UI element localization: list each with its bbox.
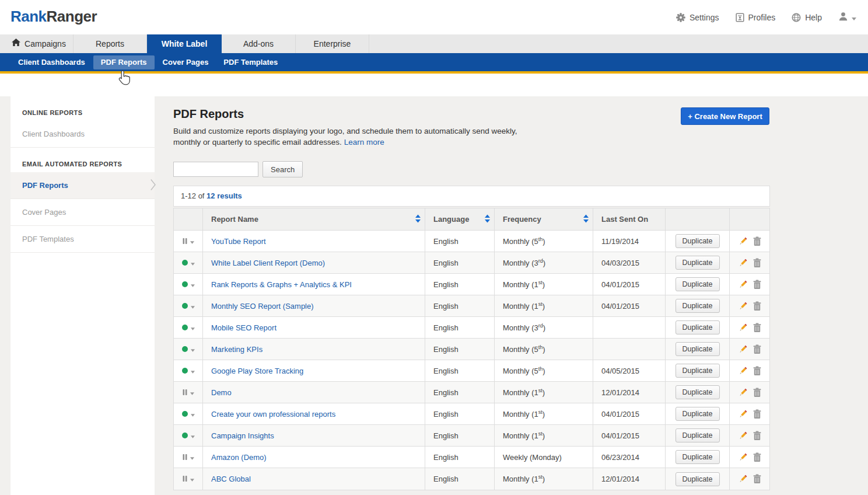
report-name-link[interactable]: Mobile SEO Report — [211, 323, 276, 332]
tab-reports[interactable]: Reports — [74, 34, 147, 53]
edit-pencil-icon[interactable] — [738, 301, 748, 311]
column-header-status — [174, 208, 203, 230]
sidebar-item-client-dashboards[interactable]: Client Dashboards — [10, 121, 155, 148]
status-toggle[interactable] — [174, 403, 203, 424]
duplicate-button[interactable]: Duplicate — [676, 342, 720, 356]
delete-trash-icon[interactable] — [752, 474, 762, 484]
sort-arrows-icon[interactable] — [485, 214, 490, 224]
search-input[interactable] — [173, 162, 258, 177]
report-name-link[interactable]: ABC Global — [211, 475, 251, 483]
profiles-button[interactable]: Profiles — [736, 13, 776, 22]
status-toggle[interactable] — [174, 382, 203, 403]
delete-trash-icon[interactable] — [752, 236, 762, 246]
report-name-link[interactable]: Rank Reports & Graphs + Analytics & KPI — [211, 280, 352, 289]
subnav-item-pdf-templates[interactable]: PDF Templates — [216, 53, 285, 71]
table-header-row: Report Name Language Frequency Last Sent… — [174, 208, 769, 231]
frequency-cell: Monthly (1st) — [495, 468, 593, 490]
status-toggle[interactable] — [174, 317, 203, 338]
delete-trash-icon[interactable] — [752, 409, 762, 419]
caret-down-icon — [190, 475, 194, 483]
edit-pencil-icon[interactable] — [738, 280, 748, 290]
delete-trash-icon[interactable] — [752, 301, 762, 311]
sort-arrows-icon[interactable] — [583, 214, 589, 224]
report-name-link[interactable]: Demo — [211, 388, 232, 397]
last-sent-cell: 04/01/2015 — [593, 295, 666, 316]
delete-trash-icon[interactable] — [752, 431, 762, 441]
column-header-language[interactable]: Language — [425, 208, 495, 230]
delete-trash-icon[interactable] — [752, 366, 762, 376]
duplicate-button[interactable]: Duplicate — [676, 364, 720, 378]
duplicate-button[interactable]: Duplicate — [676, 407, 720, 421]
report-name-link[interactable]: Create your own professional reports — [211, 410, 335, 419]
status-toggle[interactable] — [174, 360, 203, 381]
column-header-actions — [730, 208, 769, 230]
sidebar-item-pdf-templates[interactable]: PDF Templates — [10, 226, 155, 253]
duplicate-button[interactable]: Duplicate — [676, 320, 720, 334]
subnav-item-cover-pages[interactable]: Cover Pages — [155, 53, 216, 71]
column-header-report-name[interactable]: Report Name — [203, 208, 425, 230]
tab-white-label[interactable]: White Label — [147, 34, 222, 53]
edit-pencil-icon[interactable] — [738, 344, 748, 354]
edit-pencil-icon[interactable] — [738, 366, 748, 376]
help-button[interactable]: Help — [792, 13, 822, 22]
last-sent-cell: 04/05/2015 — [593, 360, 666, 381]
last-sent-cell: 04/01/2015 — [593, 425, 666, 446]
tab-add-ons[interactable]: Add-ons — [222, 34, 296, 53]
edit-pencil-icon[interactable] — [738, 474, 748, 484]
sort-arrows-icon[interactable] — [415, 214, 421, 224]
search-button[interactable]: Search — [262, 161, 303, 177]
status-toggle[interactable] — [174, 231, 203, 252]
status-toggle[interactable] — [174, 425, 203, 446]
duplicate-button[interactable]: Duplicate — [676, 428, 720, 442]
duplicate-button[interactable]: Duplicate — [676, 385, 720, 399]
delete-trash-icon[interactable] — [752, 280, 762, 290]
tab-enterprise[interactable]: Enterprise — [296, 34, 369, 53]
status-toggle[interactable] — [174, 295, 203, 316]
duplicate-button[interactable]: Duplicate — [676, 450, 720, 464]
edit-pencil-icon[interactable] — [738, 431, 748, 441]
sidebar-item-pdf-reports[interactable]: PDF Reports — [10, 172, 155, 199]
user-menu-button[interactable] — [838, 12, 856, 23]
edit-pencil-icon[interactable] — [738, 323, 748, 333]
report-name-link[interactable]: Campaign Insights — [211, 431, 274, 440]
report-name-link[interactable]: Marketing KPIs — [211, 345, 262, 354]
report-name-link[interactable]: Monthly SEO Report (Sample) — [211, 302, 314, 311]
subnav-item-pdf-reports[interactable]: PDF Reports — [93, 55, 155, 69]
status-toggle[interactable] — [174, 339, 203, 360]
edit-pencil-icon[interactable] — [738, 452, 748, 462]
language-cell: English — [425, 382, 495, 403]
column-header-frequency[interactable]: Frequency — [495, 208, 593, 230]
edit-pencil-icon[interactable] — [738, 388, 748, 398]
settings-button[interactable]: Settings — [676, 13, 719, 22]
sidebar-item-cover-pages[interactable]: Cover Pages — [10, 199, 155, 226]
delete-trash-icon[interactable] — [752, 323, 762, 333]
edit-pencil-icon[interactable] — [738, 258, 748, 268]
delete-trash-icon[interactable] — [752, 388, 762, 398]
duplicate-button[interactable]: Duplicate — [676, 234, 720, 248]
status-toggle[interactable] — [174, 447, 203, 468]
report-name-link[interactable]: Amazon (Demo) — [211, 453, 267, 462]
status-toggle[interactable] — [174, 274, 203, 295]
report-name-link[interactable]: White Label Client Report (Demo) — [211, 259, 325, 267]
duplicate-button[interactable]: Duplicate — [676, 256, 720, 270]
subnav-item-client-dashboards[interactable]: Client Dashboards — [10, 53, 93, 71]
learn-more-link[interactable]: Learn more — [344, 138, 384, 147]
freq-sup: rd — [538, 322, 543, 328]
pause-icon — [183, 453, 187, 462]
duplicate-button[interactable]: Duplicate — [676, 472, 720, 486]
delete-trash-icon[interactable] — [752, 344, 762, 354]
delete-trash-icon[interactable] — [752, 452, 762, 462]
status-toggle[interactable] — [174, 468, 203, 490]
tab-campaigns[interactable]: Campaigns — [5, 34, 74, 53]
duplicate-button[interactable]: Duplicate — [676, 277, 720, 291]
edit-pencil-icon[interactable] — [738, 409, 748, 419]
report-name-link[interactable]: Google Play Store Tracking — [211, 367, 303, 375]
duplicate-button[interactable]: Duplicate — [676, 299, 720, 313]
gear-icon — [676, 13, 685, 22]
status-toggle[interactable] — [174, 252, 203, 273]
report-name-link[interactable]: YouTube Report — [211, 237, 266, 246]
edit-pencil-icon[interactable] — [738, 236, 748, 246]
rankranger-logo[interactable]: RankRanger — [10, 8, 97, 26]
delete-trash-icon[interactable] — [752, 258, 762, 268]
create-new-report-button[interactable]: + Create New Report — [681, 107, 769, 125]
